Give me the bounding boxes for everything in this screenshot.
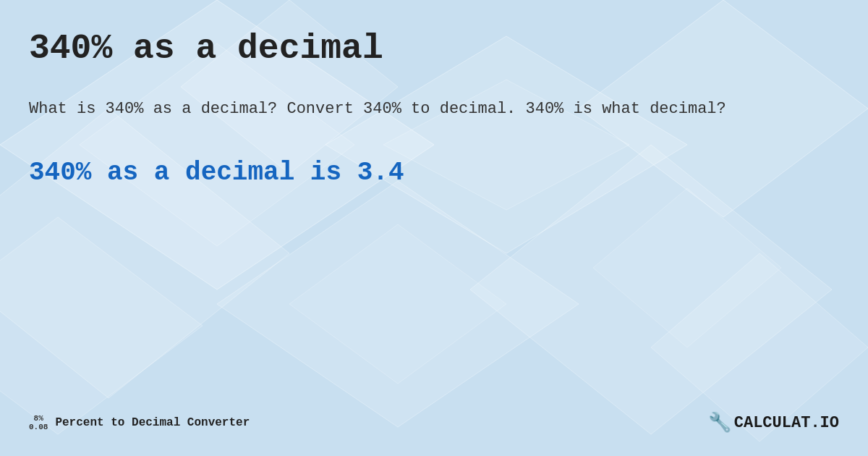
page-footer: 8% 0.08 Percent to Decimal Converter 🔧 C… <box>29 404 839 434</box>
badge-top: 8% <box>34 414 43 423</box>
logo-icon: 🔧 <box>708 411 731 434</box>
footer-badge: 8% 0.08 <box>29 414 48 431</box>
badge-bottom: 0.08 <box>29 423 48 431</box>
page-content: 340% as a decimal What is 340% as a deci… <box>0 0 868 456</box>
result-text: 340% as a decimal is 3.4 <box>29 158 839 187</box>
footer-left: 8% 0.08 Percent to Decimal Converter <box>29 414 250 431</box>
page-title: 340% as a decimal <box>29 29 839 68</box>
footer-logo: 🔧 CALCULAT.IO <box>708 411 839 434</box>
logo-text: CALCULAT.IO <box>734 414 839 432</box>
footer-label: Percent to Decimal Converter <box>55 416 250 429</box>
page-description: What is 340% as a decimal? Convert 340% … <box>29 97 839 122</box>
